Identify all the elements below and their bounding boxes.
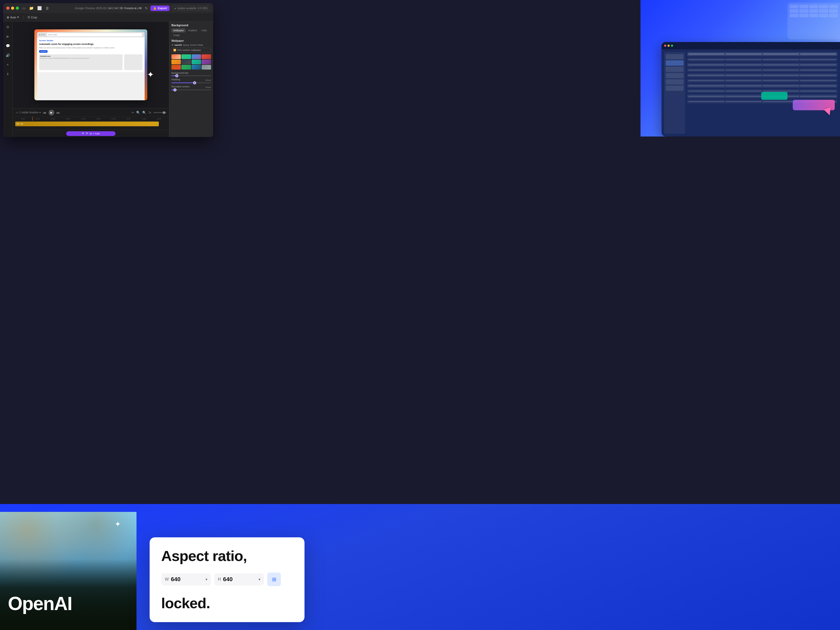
recording-preview: screen.studio Screen Studio Automatic zo… [35, 29, 147, 100]
crop-tool[interactable]: ⊡ Crop [28, 16, 37, 19]
blur-label: Background blur [171, 72, 211, 74]
close-button[interactable] [6, 6, 9, 10]
mini-download-btn: Download [39, 50, 47, 53]
wallpaper-thumb-10[interactable] [182, 65, 191, 69]
visible-label: 1 visible timeline [19, 111, 38, 114]
wallpaper-thumb-7[interactable] [192, 60, 201, 64]
sidebar-icon-video[interactable]: ▶ [5, 33, 11, 39]
sidebar-icon-chat[interactable]: 💬 [5, 43, 11, 49]
scissors-icon[interactable]: ✂ [131, 111, 134, 114]
update-label: Update available [177, 7, 197, 10]
canvas-area: screen.studio Screen Studio Automatic zo… [13, 22, 169, 137]
cat-sunset[interactable]: Sunset [190, 44, 197, 46]
skip-forward-button[interactable]: ⏭ [57, 111, 60, 115]
content-area: ⊙ ▶ 💬 🔊 ✦ ⬆ screen.studio [3, 22, 213, 137]
sidebar-icon-share[interactable]: ⬆ [5, 71, 11, 77]
random-wallpaper-button[interactable]: 🔀 Pick random wallpaper [171, 48, 211, 52]
wallpaper-subtitle: Wallpaper [171, 39, 211, 42]
auto-tool[interactable]: 🖥 Auto ▾ [6, 16, 19, 19]
title-bar-icons: ▭ 📁 ⬜ 🗑 [22, 6, 49, 10]
crop-label: Crop [31, 16, 37, 19]
background-title: Background [171, 24, 211, 27]
marker-0: 0:00 [15, 118, 30, 120]
marker-3: 0:03 [61, 118, 76, 120]
wallpaper-categories: ★ macOS Spring Sunset Radia [171, 44, 211, 46]
wallpaper-thumb-12[interactable] [202, 65, 211, 69]
wallpaper-thumb-5[interactable] [171, 60, 181, 64]
padding-reset[interactable]: Reset [205, 79, 211, 81]
mini-content: Screen Studio Automatic zoom for engagin… [37, 37, 145, 72]
monitor-icon: 🖥 [6, 16, 9, 19]
cat-radia[interactable]: Radia [198, 44, 203, 46]
wallpaper-thumb-2[interactable] [182, 54, 191, 59]
wallpaper-thumb-11[interactable] [192, 65, 201, 69]
tab-color[interactable]: Color [199, 28, 209, 33]
lock-icon: 🔒 [153, 6, 157, 10]
timeline-area: ▭ 1 visible timeline ▾ ⏮ ▶ ⏭ ✂ 🔍 🔍 1x [13, 108, 169, 137]
version-label: 3.0-3301 [198, 7, 208, 10]
sidebar-icon-cursor[interactable]: ⊙ [5, 24, 11, 30]
export-button[interactable]: 🔒 Export [150, 6, 170, 11]
maximize-button[interactable] [16, 6, 19, 10]
mini-min [41, 34, 43, 35]
wallpaper-thumb-6[interactable] [182, 60, 191, 64]
playhead[interactable] [32, 117, 33, 120]
padding-label: Padding [171, 78, 180, 81]
rounded-header: Rounded corners Reset [171, 85, 211, 89]
rounded-reset[interactable]: Reset [205, 86, 211, 88]
timeline-label[interactable]: ▭ 1 visible timeline ▾ [16, 111, 41, 114]
cat-macos[interactable]: macOS [175, 44, 182, 46]
app-title: Google Chrome 2025-02-10 13:47:02 - scre… [75, 6, 142, 10]
tab-gradient[interactable]: Gradient [186, 28, 199, 33]
layer-icon: ▭ [16, 111, 18, 114]
update-icon: ● [174, 7, 176, 10]
random-label: Pick random wallpaper [177, 49, 201, 51]
browser-icon: ⬜ [37, 6, 42, 10]
marker-7: 0:07 [121, 118, 136, 120]
cat-spring[interactable]: Spring [183, 44, 189, 46]
timeline-tracks: 8s ∘ 1x [13, 120, 169, 129]
auto-label: Auto [10, 16, 16, 19]
mini-title: Automatic zoom for engaging screen recor… [39, 43, 142, 46]
sidebar-icon-audio[interactable]: 🔊 [5, 52, 11, 58]
mini-close [39, 34, 40, 35]
status-bar: 🔍 🔍 2x ∘ Auto [13, 129, 169, 137]
wallpaper-thumb-1[interactable] [171, 54, 181, 59]
mini-browser: screen.studio Screen Studio Automatic zo… [37, 32, 145, 100]
wallpaper-thumb-3[interactable] [192, 54, 201, 59]
padding-header: Padding Reset [171, 78, 211, 82]
crop-icon: ⊡ [28, 16, 30, 19]
padding-section: Padding Reset [171, 78, 211, 83]
chevron-down-icon: ▾ [17, 16, 19, 19]
minimize-button[interactable] [11, 6, 14, 10]
marker-6: 0:06 [106, 118, 121, 120]
chevron-down-icon: ▾ [39, 111, 41, 114]
mini-subtitle: Make your demos and tutorials easier to … [39, 47, 142, 49]
marker-1: 0:01 [30, 118, 46, 120]
tab-image[interactable]: Image [171, 33, 182, 37]
app-window: ▭ 📁 ⬜ 🗑 Google Chrome 2025-02-10 13:47:0… [3, 3, 213, 137]
wallpaper-thumb-4[interactable] [202, 54, 211, 59]
toolbar: 🖥 Auto ▾ ⊡ Crop [3, 13, 213, 22]
zoom-in-icon[interactable]: 🔍 [142, 111, 146, 114]
blur-slider[interactable] [171, 75, 211, 76]
marker-8: 0:08 [136, 118, 152, 120]
tab-wallpaper[interactable]: Wallpaper [171, 28, 186, 33]
refresh-icon[interactable]: ↻ [145, 6, 148, 10]
skip-back-button[interactable]: ⏮ [43, 111, 46, 115]
zoom-slider[interactable] [153, 112, 166, 113]
update-badge[interactable]: ● Update available 3.0-3301 [172, 6, 210, 11]
wallpaper-thumb-8[interactable] [202, 60, 211, 64]
zoom-out-icon[interactable]: 🔍 [136, 111, 140, 114]
title-bar: ▭ 📁 ⬜ 🗑 Google Chrome 2025-02-10 13:47:0… [3, 3, 213, 13]
rounded-slider[interactable] [171, 90, 211, 90]
track-bar[interactable]: 8s ∘ 1x [15, 122, 159, 126]
wallpaper-thumb-9[interactable] [171, 65, 181, 69]
padding-slider[interactable] [171, 82, 211, 83]
title-bar-center: Google Chrome 2025-02-10 13:47:02 - scre… [75, 6, 142, 10]
star-icon[interactable]: ★ [171, 44, 174, 46]
trash-icon: 🗑 [46, 6, 49, 10]
play-button[interactable]: ▶ [49, 110, 54, 115]
sidebar-icons: ⊙ ▶ 💬 🔊 ✦ ⬆ [3, 22, 13, 137]
sidebar-icon-sparkle[interactable]: ✦ [5, 62, 11, 68]
